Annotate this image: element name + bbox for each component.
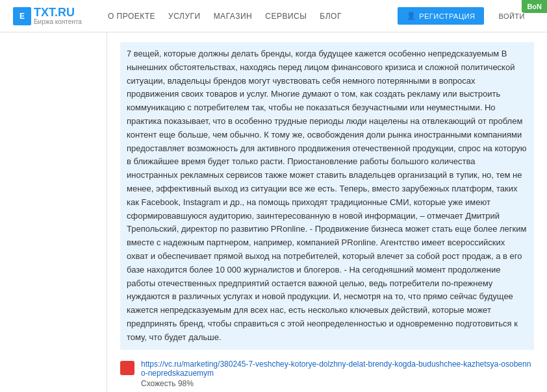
user-icon: 👤	[407, 12, 416, 20]
nav-item-services[interactable]: УСЛУГИ	[168, 9, 201, 23]
nav-item-shop[interactable]: МАГАЗИН	[214, 9, 253, 23]
logo-main: TXT.RU	[34, 6, 82, 18]
main-content: 7 вещей, которые должны делать бренды, к…	[107, 32, 547, 392]
main-nav: О ПРОЕКТЕ УСЛУГИ МАГАЗИН СЕРВИСЫ БЛОГ	[108, 9, 398, 23]
logo-sub: Биржа контента	[34, 18, 82, 25]
nav-item-blog[interactable]: БЛОГ	[320, 9, 342, 23]
header-right: 👤 РЕГИСТРАЦИЯ ВОЙТИ	[398, 7, 534, 25]
logo-area: E TXT.RU Биржа контента	[13, 6, 82, 25]
source-info-1: https://vc.ru/marketing/380245-7-veshche…	[141, 360, 534, 388]
register-label: РЕГИСТРАЦИЯ	[419, 12, 475, 20]
nav-item-servisy[interactable]: СЕРВИСЫ	[265, 9, 307, 23]
nav-item-about[interactable]: О ПРОЕКТЕ	[108, 9, 155, 23]
header: E TXT.RU Биржа контента О ПРОЕКТЕ УСЛУГИ…	[0, 0, 547, 32]
source-similarity-1: Схожесть 98%	[141, 379, 534, 388]
main-layout: 7 вещей, которые должны делать бренды, к…	[0, 32, 547, 392]
article-body: 7 вещей, которые должны делать бренды, к…	[127, 49, 527, 342]
article-text: 7 вещей, которые должны делать бренды, к…	[120, 42, 534, 350]
register-button[interactable]: 👤 РЕГИСТРАЦИЯ	[398, 7, 485, 25]
logo-text-area: TXT.RU Биржа контента	[34, 6, 82, 25]
sources-section: https://vc.ru/marketing/380245-7-veshche…	[120, 360, 534, 392]
bon-badge: BoN	[522, 0, 547, 13]
logo-name: TXT.RU	[34, 6, 75, 19]
sidebar	[0, 32, 107, 392]
source-indicator-1	[120, 361, 134, 375]
source-link-1[interactable]: https://vc.ru/marketing/380245-7-veshche…	[141, 360, 534, 378]
source-item-1: https://vc.ru/marketing/380245-7-veshche…	[120, 360, 534, 388]
logo-icon: E	[13, 7, 31, 25]
